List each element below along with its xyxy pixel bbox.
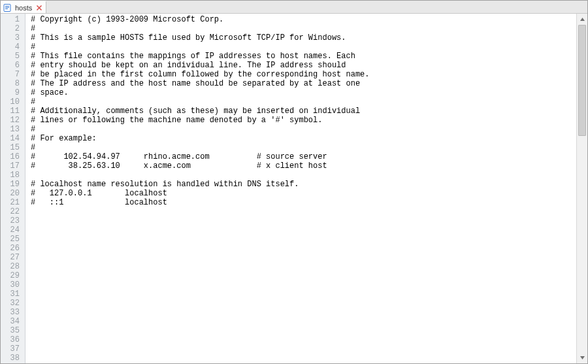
line-number: 35 — [1, 326, 25, 335]
line-number: 5 — [1, 52, 25, 61]
svg-marker-7 — [580, 356, 585, 359]
line-number: 21 — [1, 198, 25, 207]
code-line: # — [31, 125, 576, 134]
code-line: # 102.54.94.97 rhino.acme.com # source s… — [31, 152, 576, 161]
file-icon — [3, 3, 12, 12]
line-number: 19 — [1, 180, 25, 189]
code-line — [31, 235, 576, 244]
editor-area: 1234567891011121314151617181920212223242… — [1, 14, 587, 363]
code-line: # — [31, 24, 576, 33]
line-number: 27 — [1, 253, 25, 262]
line-number: 36 — [1, 335, 25, 344]
code-line — [31, 171, 576, 180]
tab-label: hosts — [14, 4, 33, 12]
code-line: # ::1 localhost — [31, 198, 576, 207]
line-number: 15 — [1, 143, 25, 152]
code-line: # The IP address and the host name shoul… — [31, 79, 576, 88]
line-number: 32 — [1, 299, 25, 308]
tab-close-button[interactable] — [35, 4, 43, 12]
line-number: 9 — [1, 88, 25, 97]
code-line: # Copyright (c) 1993-2009 Microsoft Corp… — [31, 15, 576, 24]
code-editor[interactable]: # Copyright (c) 1993-2009 Microsoft Corp… — [25, 14, 576, 363]
line-number: 20 — [1, 189, 25, 198]
line-number: 4 — [1, 42, 25, 52]
code-line: # lines or following the machine name de… — [31, 116, 576, 125]
line-number: 17 — [1, 161, 25, 171]
code-line: # This file contains the mappings of IP … — [31, 52, 576, 61]
code-line — [31, 280, 576, 290]
line-number: 37 — [1, 344, 25, 354]
code-line: # This is a sample HOSTS file used by Mi… — [31, 33, 576, 42]
code-line — [31, 216, 576, 225]
code-line — [31, 299, 576, 308]
code-line: # localhost name resolution is handled w… — [31, 180, 576, 189]
line-number: 16 — [1, 152, 25, 161]
code-line — [31, 290, 576, 299]
code-line — [31, 326, 576, 335]
code-line — [31, 335, 576, 344]
line-number: 28 — [1, 262, 25, 271]
line-number: 18 — [1, 171, 25, 180]
code-line — [31, 354, 576, 363]
code-line — [31, 244, 576, 253]
line-number: 12 — [1, 116, 25, 125]
scrollbar-track[interactable] — [577, 25, 587, 352]
line-number: 14 — [1, 134, 25, 143]
line-number: 33 — [1, 308, 25, 317]
line-number: 25 — [1, 235, 25, 244]
vertical-scrollbar[interactable] — [576, 14, 587, 363]
code-line — [31, 253, 576, 262]
code-line — [31, 344, 576, 354]
line-number: 29 — [1, 271, 25, 280]
line-number: 7 — [1, 70, 25, 79]
code-line: # — [31, 42, 576, 52]
line-number: 11 — [1, 107, 25, 116]
code-line — [31, 262, 576, 271]
code-line — [31, 207, 576, 216]
code-line: # be placed in the first column followed… — [31, 70, 576, 79]
line-number: 1 — [1, 15, 25, 24]
svg-marker-6 — [580, 18, 585, 21]
line-number: 23 — [1, 216, 25, 225]
line-number: 8 — [1, 79, 25, 88]
code-line — [31, 225, 576, 235]
line-number: 38 — [1, 354, 25, 363]
code-line: # space. — [31, 88, 576, 97]
line-number: 6 — [1, 61, 25, 70]
tab-hosts[interactable]: hosts — [1, 1, 46, 13]
code-line: # — [31, 97, 576, 107]
code-line: # For example: — [31, 134, 576, 143]
tab-bar: hosts — [1, 1, 587, 14]
scroll-down-button[interactable] — [577, 352, 587, 363]
code-line — [31, 308, 576, 317]
line-number: 34 — [1, 317, 25, 326]
line-number: 13 — [1, 125, 25, 134]
line-number: 3 — [1, 33, 25, 42]
line-number: 24 — [1, 225, 25, 235]
line-number-gutter: 1234567891011121314151617181920212223242… — [1, 14, 25, 363]
code-line: # 127.0.0.1 localhost — [31, 189, 576, 198]
line-number: 2 — [1, 24, 25, 33]
code-line: # 38.25.63.10 x.acme.com # x client host — [31, 161, 576, 171]
code-line — [31, 317, 576, 326]
line-number: 22 — [1, 207, 25, 216]
code-line: # Additionally, comments (such as these)… — [31, 107, 576, 116]
scroll-up-button[interactable] — [577, 14, 587, 25]
editor-window: hosts 1234567891011121314151617181920212… — [0, 0, 588, 364]
code-line — [31, 271, 576, 280]
scrollbar-thumb[interactable] — [578, 25, 586, 136]
line-number: 30 — [1, 280, 25, 290]
line-number: 31 — [1, 290, 25, 299]
code-line: # — [31, 143, 576, 152]
line-number: 10 — [1, 97, 25, 107]
code-line: # entry should be kept on an individual … — [31, 61, 576, 70]
line-number: 26 — [1, 244, 25, 253]
